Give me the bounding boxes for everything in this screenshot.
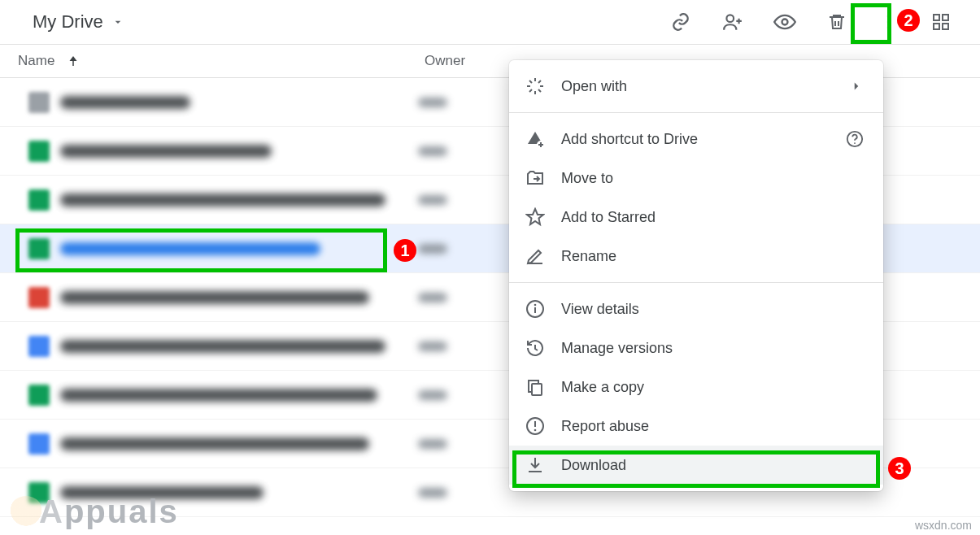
menu-manage-versions[interactable]: Manage versions <box>509 328 883 368</box>
menu-move-to[interactable]: Move to <box>509 159 883 198</box>
file-type-icon <box>28 433 50 455</box>
file-type-icon <box>28 287 50 308</box>
file-type-icon <box>28 238 50 259</box>
svg-rect-8 <box>943 24 948 29</box>
drive-shortcut-icon <box>525 129 561 149</box>
annotation-badge-2: 2 <box>897 9 920 32</box>
menu-open-with[interactable]: Open with <box>509 67 883 106</box>
menu-make-copy[interactable]: Make a copy <box>509 368 883 407</box>
file-name-blurred <box>60 96 190 109</box>
trash-button[interactable] <box>822 7 852 37</box>
menu-manage-versions-label: Manage versions <box>561 340 864 357</box>
svg-point-17 <box>534 429 537 432</box>
star-icon <box>525 207 561 227</box>
menu-add-shortcut-label: Add shortcut to Drive <box>561 131 846 148</box>
menu-download[interactable]: Download <box>509 446 883 485</box>
svg-point-14 <box>534 304 537 307</box>
open-with-icon <box>525 76 561 96</box>
info-icon <box>525 299 561 319</box>
chevron-down-icon <box>111 15 124 28</box>
svg-point-12 <box>854 142 856 144</box>
breadcrumb-title: My Drive <box>33 11 103 33</box>
svg-point-1 <box>782 20 788 25</box>
menu-report-abuse-label: Report abuse <box>561 418 864 435</box>
owner-blurred <box>418 439 447 449</box>
column-name[interactable]: Name <box>18 53 425 69</box>
owner-blurred <box>418 341 447 351</box>
file-type-icon <box>28 189 50 211</box>
svg-rect-5 <box>934 15 939 20</box>
view-toggle-button[interactable] <box>926 7 956 37</box>
breadcrumb[interactable]: My Drive <box>24 7 133 37</box>
file-type-icon <box>28 141 50 162</box>
download-icon <box>525 455 561 475</box>
column-name-label: Name <box>18 53 54 69</box>
svg-rect-6 <box>943 15 948 20</box>
history-icon <box>525 338 561 358</box>
owner-blurred <box>418 195 447 205</box>
get-link-button[interactable] <box>666 7 695 37</box>
file-name-blurred <box>60 389 377 402</box>
context-menu: Open with Add shortcut to Drive Move to … <box>509 60 883 491</box>
menu-rename[interactable]: Rename <box>509 237 883 276</box>
menu-rename-label: Rename <box>561 248 864 265</box>
svg-rect-9 <box>73 60 75 67</box>
file-type-icon <box>28 92 50 113</box>
owner-blurred <box>418 488 447 498</box>
menu-view-details-label: View details <box>561 301 864 318</box>
file-name-blurred <box>60 242 320 255</box>
column-owner[interactable]: Owner <box>425 53 498 69</box>
owner-blurred <box>418 293 447 302</box>
file-type-icon <box>28 336 50 357</box>
menu-separator <box>509 282 883 283</box>
report-icon <box>525 416 561 436</box>
file-name-blurred <box>60 194 385 207</box>
file-name-blurred <box>60 437 369 450</box>
file-name-blurred <box>60 291 369 304</box>
owner-blurred <box>418 98 447 107</box>
menu-view-details[interactable]: View details <box>509 289 883 328</box>
menu-download-label: Download <box>561 457 864 474</box>
menu-report-abuse[interactable]: Report abuse <box>509 407 883 446</box>
file-type-icon <box>28 385 50 406</box>
svg-point-2 <box>887 15 891 18</box>
menu-add-starred[interactable]: Add to Starred <box>509 198 883 237</box>
svg-rect-7 <box>934 24 939 29</box>
svg-point-4 <box>887 26 891 29</box>
svg-point-3 <box>887 20 891 24</box>
sort-arrow-icon <box>66 54 81 68</box>
svg-rect-15 <box>532 384 542 395</box>
menu-separator <box>509 112 883 113</box>
menu-open-with-label: Open with <box>561 78 849 95</box>
copy-icon <box>525 377 561 397</box>
menu-make-copy-label: Make a copy <box>561 379 864 396</box>
owner-blurred <box>418 244 447 254</box>
rename-icon <box>525 246 561 266</box>
owner-blurred <box>418 390 447 400</box>
annotation-badge-3: 3 <box>888 457 911 480</box>
top-bar: My Drive <box>0 0 980 45</box>
move-to-icon <box>525 168 561 188</box>
file-name-blurred <box>60 340 385 353</box>
annotation-badge-1: 1 <box>394 239 416 262</box>
owner-blurred <box>418 146 447 156</box>
menu-move-to-label: Move to <box>561 170 864 187</box>
preview-button[interactable] <box>770 7 799 37</box>
chevron-right-icon <box>849 79 864 94</box>
file-name-blurred <box>60 145 272 158</box>
menu-add-shortcut[interactable]: Add shortcut to Drive <box>509 120 883 159</box>
source-logo: Appuals <box>8 494 179 532</box>
watermark: wsxdn.com <box>915 519 972 532</box>
column-owner-label: Owner <box>425 53 465 68</box>
share-button[interactable] <box>718 7 747 37</box>
menu-add-starred-label: Add to Starred <box>561 209 864 226</box>
svg-point-0 <box>726 15 734 22</box>
help-icon[interactable] <box>846 130 864 148</box>
